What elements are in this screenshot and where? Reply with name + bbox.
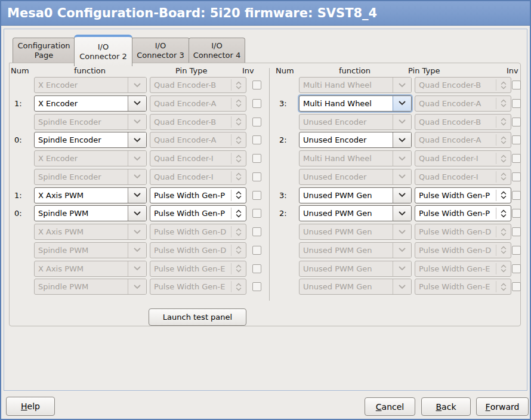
chevron-down-icon [128,243,146,258]
forward-button[interactable]: Forward [476,397,529,416]
pin-type-select: Quad Encoder-I [415,169,511,185]
inv-checkbox [252,118,261,126]
function-value: X Encoder [35,96,128,111]
pin-type-value: Quad Encoder-B [415,115,496,129]
inv-checkbox[interactable] [512,99,521,108]
pin-type-select: Pulse Width Gen-E [415,279,511,295]
chevron-down-icon [393,224,411,239]
pin-type-select: Quad Encoder-B [415,77,511,93]
inv-checkbox[interactable] [252,135,261,144]
column-divider [269,68,270,301]
function-value: Unused PWM Gen [300,224,393,239]
pin-row: 1:X EncoderQuad Encoder-A [10,95,268,112]
inv-checkbox[interactable] [252,99,261,108]
inv-checkbox[interactable] [252,191,261,200]
chevron-down-icon [128,206,146,221]
column-header-pin-type: Pin Type [175,66,207,75]
pin-type-value: Pulse Width Gen-E [150,279,231,294]
pin-type-value: Pulse Width Gen-E [150,261,231,276]
pin-row: Spindle PWMPulse Width Gen-D [10,242,268,258]
up-down-arrows-icon [496,78,511,92]
pin-row: Multi Hand WheelQuad Encoder-B [274,77,531,93]
function-select: Spindle PWM [34,242,147,258]
pin-row: Multi Hand WheelQuad Encoder-I [274,150,531,166]
function-value: Spindle PWM [35,206,128,221]
pin-type-select[interactable]: Pulse Width Gen-P [415,205,511,221]
pin-row: X EncoderQuad Encoder-I [10,150,268,166]
column-header-pin-type: Pin Type [408,66,440,75]
inv-checkbox [252,246,261,255]
pin-type-value: Quad Encoder-A [150,96,231,111]
launch-test-panel-button[interactable]: Launch test panel [149,308,246,326]
tab-label-line: I/O [98,42,109,52]
function-select[interactable]: Unused PWM Gen [299,205,412,221]
up-down-arrows-icon [496,206,511,221]
function-value: Unused Encoder [300,132,393,147]
inv-checkbox [512,264,521,273]
pin-type-select: Quad Encoder-B [415,114,511,130]
tab-configuration-page[interactable]: Configuration Page [13,38,75,63]
inv-checkbox[interactable] [512,191,521,200]
pin-number-label: 2: [279,205,297,221]
up-down-arrows-icon [231,206,246,221]
action-area: Help Cancel Back Forward [1,391,530,419]
cancel-button[interactable]: Cancel [365,397,415,416]
pin-row: 3:Multi Hand WheelQuad Encoder-A [274,95,531,112]
pin-type-select[interactable]: Pulse Width Gen-P [150,205,246,221]
pin-type-select: Pulse Width Gen-E [150,279,246,295]
inv-checkbox [512,282,521,291]
function-select: X Encoder [34,77,147,93]
tab-label-line: Configuration [17,41,70,51]
function-select[interactable]: Spindle PWM [34,205,147,221]
pin-row: X Axis PWMPulse Width Gen-D [10,224,268,240]
function-select[interactable]: Unused Encoder [299,132,412,148]
column-header-inv: Inv [242,66,254,75]
pin-type-select[interactable]: Pulse Width Gen-P [150,187,246,203]
inv-checkbox[interactable] [252,209,261,218]
function-select[interactable]: X Encoder [34,95,147,112]
pin-type-value: Pulse Width Gen-E [415,261,496,276]
up-down-arrows-icon [231,151,246,166]
inv-checkbox [512,118,521,126]
title-bar: Mesa0 Configuration-Board: 5i20 firmware… [1,1,530,26]
pin-number-label [14,261,32,277]
pin-row: 2:Unused PWM GenPulse Width Gen-P [274,205,531,221]
function-select[interactable]: Spindle Encoder [34,132,147,148]
inv-checkbox[interactable] [512,135,521,144]
wizard-window: Mesa0 Configuration-Board: 5i20 firmware… [0,0,531,420]
inv-checkbox [512,227,521,236]
chevron-down-icon [128,188,146,203]
function-value: X Encoder [35,78,128,92]
chevron-down-icon [393,279,411,294]
tab-io-connector-2[interactable]: I/O Connector 2 [74,35,132,66]
column-header-num: Num [276,66,294,75]
function-value: Spindle Encoder [35,115,128,129]
pin-number-label [279,242,297,258]
up-down-arrows-icon [231,115,246,129]
inv-checkbox [252,172,261,181]
pin-number-label: 3: [279,187,297,203]
back-button[interactable]: Back [421,397,471,416]
inv-checkbox [512,246,521,255]
inv-checkbox[interactable] [512,209,521,218]
function-select[interactable]: X Axis PWM [34,187,147,203]
function-value: Unused PWM Gen [300,279,393,294]
pin-row: Spindle EncoderQuad Encoder-B [10,114,268,130]
function-select[interactable]: Unused PWM Gen [299,187,412,203]
function-select[interactable]: Multi Hand Wheel [299,95,412,112]
up-down-arrows-icon [496,279,511,294]
function-value: Unused PWM Gen [300,261,393,276]
pin-type-select[interactable]: Pulse Width Gen-P [415,187,511,203]
chevron-down-icon [393,206,411,221]
chevron-down-icon [393,132,411,147]
tab-io-connector-4[interactable]: I/O Connector 4 [189,38,245,63]
pin-number-label [279,114,297,130]
pin-type-value: Pulse Width Gen-D [415,243,496,258]
chevron-down-icon [128,115,146,129]
function-value: Unused PWM Gen [300,206,393,221]
pin-type-select: Quad Encoder-A [415,95,511,112]
help-button[interactable]: Help [6,397,55,416]
up-down-arrows-icon [231,224,246,239]
tab-io-connector-3[interactable]: I/O Connector 3 [131,38,190,63]
up-down-arrows-icon [496,188,511,203]
